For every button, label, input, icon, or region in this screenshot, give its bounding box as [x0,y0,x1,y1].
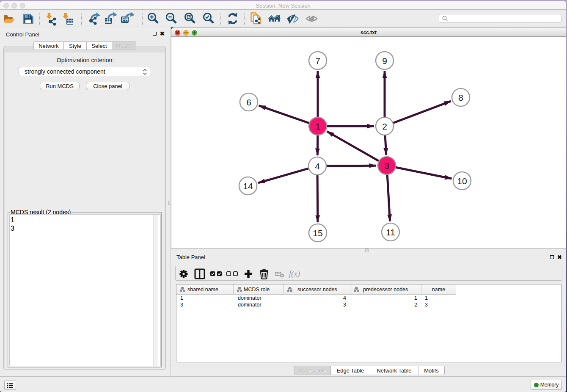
svg-text:8: 8 [458,93,463,102]
svg-text:f(x): f(x) [289,269,300,279]
svg-text:4: 4 [315,161,320,171]
svg-text:6: 6 [246,97,251,107]
svg-text:10: 10 [457,176,467,186]
svg-text:2: 2 [382,121,387,131]
svg-text:15: 15 [313,228,322,238]
svg-text:3: 3 [384,161,389,171]
svg-text:9: 9 [382,56,387,66]
svg-text:7: 7 [315,56,320,66]
svg-text:1: 1 [315,121,320,131]
svg-text:14: 14 [243,181,253,191]
svg-text:11: 11 [386,227,395,237]
